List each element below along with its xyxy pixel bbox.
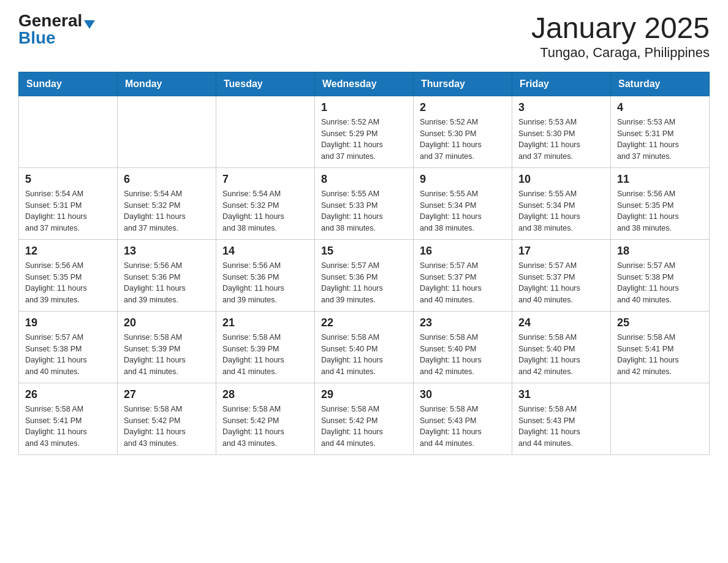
- day-info: Sunrise: 5:58 AM Sunset: 5:43 PM Dayligh…: [420, 404, 506, 450]
- day-info: Sunrise: 5:56 AM Sunset: 5:36 PM Dayligh…: [222, 260, 308, 306]
- calendar-cell: 30Sunrise: 5:58 AM Sunset: 5:43 PM Dayli…: [414, 383, 512, 454]
- day-number: 22: [321, 316, 407, 329]
- day-number: 16: [420, 245, 506, 258]
- day-number: 25: [617, 316, 703, 329]
- day-info: Sunrise: 5:56 AM Sunset: 5:35 PM Dayligh…: [25, 260, 111, 306]
- day-info: Sunrise: 5:58 AM Sunset: 5:42 PM Dayligh…: [124, 404, 210, 450]
- day-number: 24: [518, 316, 604, 329]
- calendar-cell: 31Sunrise: 5:58 AM Sunset: 5:43 PM Dayli…: [512, 383, 611, 454]
- day-number: 10: [518, 173, 604, 186]
- day-info: Sunrise: 5:52 AM Sunset: 5:29 PM Dayligh…: [321, 117, 407, 163]
- calendar-week-3: 19Sunrise: 5:57 AM Sunset: 5:38 PM Dayli…: [19, 311, 710, 383]
- day-number: 5: [25, 173, 111, 186]
- calendar-cell: 18Sunrise: 5:57 AM Sunset: 5:38 PM Dayli…: [611, 239, 710, 311]
- day-info: Sunrise: 5:53 AM Sunset: 5:30 PM Dayligh…: [518, 117, 604, 163]
- calendar-cell: 5Sunrise: 5:54 AM Sunset: 5:31 PM Daylig…: [19, 167, 118, 239]
- calendar-cell: 13Sunrise: 5:56 AM Sunset: 5:36 PM Dayli…: [118, 239, 216, 311]
- day-number: 13: [124, 245, 210, 258]
- day-number: 15: [321, 245, 407, 258]
- page-subtitle: Tungao, Caraga, Philippines: [531, 45, 710, 61]
- day-info: Sunrise: 5:54 AM Sunset: 5:32 PM Dayligh…: [124, 188, 210, 234]
- title-block: January 2025 Tungao, Caraga, Philippines: [531, 12, 710, 61]
- calendar-cell: 29Sunrise: 5:58 AM Sunset: 5:42 PM Dayli…: [315, 383, 414, 454]
- day-number: 12: [25, 245, 111, 258]
- calendar-cell: [118, 96, 216, 167]
- day-info: Sunrise: 5:57 AM Sunset: 5:36 PM Dayligh…: [321, 260, 407, 306]
- day-info: Sunrise: 5:52 AM Sunset: 5:30 PM Dayligh…: [420, 117, 506, 163]
- calendar-cell: 11Sunrise: 5:56 AM Sunset: 5:35 PM Dayli…: [611, 167, 710, 239]
- day-info: Sunrise: 5:58 AM Sunset: 5:42 PM Dayligh…: [321, 404, 407, 450]
- logo: General Blue: [18, 12, 95, 47]
- logo-blue-text: Blue: [18, 29, 56, 47]
- calendar-cell: 4Sunrise: 5:53 AM Sunset: 5:31 PM Daylig…: [611, 96, 710, 167]
- day-info: Sunrise: 5:55 AM Sunset: 5:34 PM Dayligh…: [420, 188, 506, 234]
- day-info: Sunrise: 5:57 AM Sunset: 5:38 PM Dayligh…: [617, 260, 703, 306]
- calendar-cell: 9Sunrise: 5:55 AM Sunset: 5:34 PM Daylig…: [414, 167, 512, 239]
- calendar-cell: 23Sunrise: 5:58 AM Sunset: 5:40 PM Dayli…: [414, 311, 512, 383]
- day-info: Sunrise: 5:58 AM Sunset: 5:40 PM Dayligh…: [518, 332, 604, 378]
- calendar-cell: 22Sunrise: 5:58 AM Sunset: 5:40 PM Dayli…: [315, 311, 414, 383]
- calendar-cell: 6Sunrise: 5:54 AM Sunset: 5:32 PM Daylig…: [118, 167, 216, 239]
- day-number: 17: [518, 245, 604, 258]
- day-info: Sunrise: 5:54 AM Sunset: 5:32 PM Dayligh…: [222, 188, 308, 234]
- header-monday: Monday: [118, 72, 216, 96]
- calendar-cell: 26Sunrise: 5:58 AM Sunset: 5:41 PM Dayli…: [19, 383, 118, 454]
- day-number: 21: [222, 316, 308, 329]
- calendar-cell: 28Sunrise: 5:58 AM Sunset: 5:42 PM Dayli…: [216, 383, 315, 454]
- day-number: 30: [420, 388, 506, 401]
- day-info: Sunrise: 5:57 AM Sunset: 5:37 PM Dayligh…: [518, 260, 604, 306]
- day-info: Sunrise: 5:58 AM Sunset: 5:41 PM Dayligh…: [25, 404, 111, 450]
- day-number: 28: [222, 388, 308, 401]
- day-number: 23: [420, 316, 506, 329]
- header-thursday: Thursday: [414, 72, 512, 96]
- day-info: Sunrise: 5:57 AM Sunset: 5:37 PM Dayligh…: [420, 260, 506, 306]
- calendar-cell: [216, 96, 315, 167]
- day-number: 31: [518, 388, 604, 401]
- day-info: Sunrise: 5:55 AM Sunset: 5:33 PM Dayligh…: [321, 188, 407, 234]
- calendar-cell: 19Sunrise: 5:57 AM Sunset: 5:38 PM Dayli…: [19, 311, 118, 383]
- calendar-header-row: SundayMondayTuesdayWednesdayThursdayFrid…: [19, 72, 710, 96]
- day-info: Sunrise: 5:58 AM Sunset: 5:40 PM Dayligh…: [321, 332, 407, 378]
- day-number: 14: [222, 245, 308, 258]
- day-number: 29: [321, 388, 407, 401]
- calendar-cell: 3Sunrise: 5:53 AM Sunset: 5:30 PM Daylig…: [512, 96, 611, 167]
- day-number: 7: [222, 173, 308, 186]
- calendar-cell: 1Sunrise: 5:52 AM Sunset: 5:29 PM Daylig…: [315, 96, 414, 167]
- calendar-cell: 21Sunrise: 5:58 AM Sunset: 5:39 PM Dayli…: [216, 311, 315, 383]
- header-wednesday: Wednesday: [315, 72, 414, 96]
- day-info: Sunrise: 5:56 AM Sunset: 5:36 PM Dayligh…: [124, 260, 210, 306]
- header-saturday: Saturday: [611, 72, 710, 96]
- header-tuesday: Tuesday: [216, 72, 315, 96]
- calendar-cell: 10Sunrise: 5:55 AM Sunset: 5:34 PM Dayli…: [512, 167, 611, 239]
- logo-triangle-icon: [84, 20, 95, 29]
- day-info: Sunrise: 5:58 AM Sunset: 5:39 PM Dayligh…: [222, 332, 308, 378]
- day-number: 1: [321, 101, 407, 114]
- day-number: 18: [617, 245, 703, 258]
- day-info: Sunrise: 5:58 AM Sunset: 5:41 PM Dayligh…: [617, 332, 703, 378]
- calendar-week-1: 5Sunrise: 5:54 AM Sunset: 5:31 PM Daylig…: [19, 167, 710, 239]
- day-number: 27: [124, 388, 210, 401]
- calendar-cell: [19, 96, 118, 167]
- calendar-cell: 15Sunrise: 5:57 AM Sunset: 5:36 PM Dayli…: [315, 239, 414, 311]
- calendar-week-2: 12Sunrise: 5:56 AM Sunset: 5:35 PM Dayli…: [19, 239, 710, 311]
- calendar-cell: 7Sunrise: 5:54 AM Sunset: 5:32 PM Daylig…: [216, 167, 315, 239]
- logo-general-text: General: [18, 12, 82, 29]
- day-number: 26: [25, 388, 111, 401]
- header-sunday: Sunday: [19, 72, 118, 96]
- calendar-cell: 12Sunrise: 5:56 AM Sunset: 5:35 PM Dayli…: [19, 239, 118, 311]
- day-info: Sunrise: 5:58 AM Sunset: 5:42 PM Dayligh…: [222, 404, 308, 450]
- day-number: 3: [518, 101, 604, 114]
- day-info: Sunrise: 5:55 AM Sunset: 5:34 PM Dayligh…: [518, 188, 604, 234]
- day-info: Sunrise: 5:56 AM Sunset: 5:35 PM Dayligh…: [617, 188, 703, 234]
- day-info: Sunrise: 5:53 AM Sunset: 5:31 PM Dayligh…: [617, 117, 703, 163]
- page-header: General Blue January 2025 Tungao, Caraga…: [18, 12, 710, 61]
- day-number: 2: [420, 101, 506, 114]
- header-friday: Friday: [512, 72, 611, 96]
- calendar-cell: 14Sunrise: 5:56 AM Sunset: 5:36 PM Dayli…: [216, 239, 315, 311]
- page-title: January 2025: [531, 12, 710, 45]
- day-info: Sunrise: 5:54 AM Sunset: 5:31 PM Dayligh…: [25, 188, 111, 234]
- calendar-cell: 16Sunrise: 5:57 AM Sunset: 5:37 PM Dayli…: [414, 239, 512, 311]
- day-number: 6: [124, 173, 210, 186]
- calendar-cell: 2Sunrise: 5:52 AM Sunset: 5:30 PM Daylig…: [414, 96, 512, 167]
- day-number: 19: [25, 316, 111, 329]
